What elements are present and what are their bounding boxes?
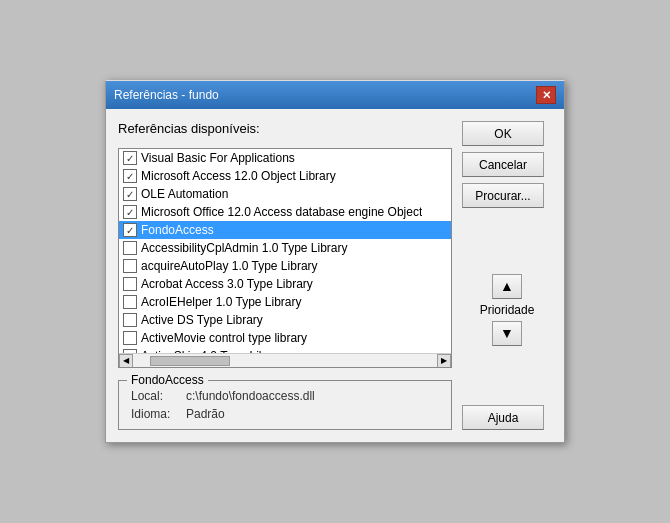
list-item-text: Acrobat Access 3.0 Type Library (141, 277, 313, 291)
idioma-row: Idioma: Padrão (131, 407, 439, 421)
list-item[interactable]: acquireAutoPlay 1.0 Type Library (119, 257, 451, 275)
dialog-body: Referências disponíveis: Visual Basic Fo… (106, 109, 564, 442)
list-item[interactable]: Microsoft Office 12.0 Access database en… (119, 203, 451, 221)
available-label: Referências disponíveis: (118, 121, 452, 136)
list-item-text: AcroIEHelper 1.0 Type Library (141, 295, 302, 309)
list-item[interactable]: Visual Basic For Applications (119, 149, 451, 167)
list-item-text: Microsoft Access 12.0 Object Library (141, 169, 336, 183)
left-panel: Referências disponíveis: Visual Basic Fo… (118, 121, 452, 430)
horizontal-scrollbar[interactable]: ◀ ▶ (119, 353, 451, 367)
priority-up-button[interactable]: ▲ (492, 274, 522, 299)
scroll-left-arrow[interactable]: ◀ (119, 354, 133, 368)
cancel-button[interactable]: Cancelar (462, 152, 544, 177)
list-item-text: FondoAccess (141, 223, 214, 237)
list-item[interactable]: Microsoft Access 12.0 Object Library (119, 167, 451, 185)
info-group: FondoAccess Local: c:\fundo\fondoaccess.… (118, 380, 452, 430)
info-group-legend: FondoAccess (127, 373, 208, 387)
scroll-right-arrow[interactable]: ▶ (437, 354, 451, 368)
local-row: Local: c:\fundo\fondoaccess.dll (131, 389, 439, 403)
list-item-text: ActiveMovie control type library (141, 331, 307, 345)
scroll-thumb[interactable] (150, 356, 230, 366)
right-panel: OK Cancelar Procurar... ▲ Prioridade ▼ A… (462, 121, 552, 430)
list-item-checkbox[interactable] (123, 169, 137, 183)
list-item-checkbox[interactable] (123, 331, 137, 345)
list-item-text: OLE Automation (141, 187, 228, 201)
help-button[interactable]: Ajuda (462, 405, 544, 430)
list-item-checkbox[interactable] (123, 241, 137, 255)
title-bar: Referências - fundo ✕ (106, 81, 564, 109)
list-item-text: acquireAutoPlay 1.0 Type Library (141, 259, 318, 273)
list-item[interactable]: AccessibilityCplAdmin 1.0 Type Library (119, 239, 451, 257)
list-item-text: AccessibilityCplAdmin 1.0 Type Library (141, 241, 348, 255)
priority-down-button[interactable]: ▼ (492, 321, 522, 346)
local-value: c:\fundo\fondoaccess.dll (186, 389, 315, 403)
list-item-checkbox[interactable] (123, 223, 137, 237)
list-item-checkbox[interactable] (123, 205, 137, 219)
browse-button[interactable]: Procurar... (462, 183, 544, 208)
list-item[interactable]: Acrobat Access 3.0 Type Library (119, 275, 451, 293)
list-item-checkbox[interactable] (123, 313, 137, 327)
priority-label: Prioridade (480, 303, 535, 317)
list-item-checkbox[interactable] (123, 277, 137, 291)
list-item[interactable]: AcroIEHelper 1.0 Type Library (119, 293, 451, 311)
idioma-value: Padrão (186, 407, 225, 421)
list-item[interactable]: ActiveMovie control type library (119, 329, 451, 347)
ok-button[interactable]: OK (462, 121, 544, 146)
local-label: Local: (131, 389, 186, 403)
priority-section: ▲ Prioridade ▼ (462, 274, 552, 346)
list-item-text: Visual Basic For Applications (141, 151, 295, 165)
scroll-track[interactable] (133, 355, 437, 367)
references-list[interactable]: Visual Basic For ApplicationsMicrosoft A… (119, 149, 451, 353)
list-item-checkbox[interactable] (123, 295, 137, 309)
list-item-text: Active DS Type Library (141, 313, 263, 327)
list-item[interactable]: Active DS Type Library (119, 311, 451, 329)
list-item-checkbox[interactable] (123, 259, 137, 273)
dialog: Referências - fundo ✕ Referências dispon… (105, 80, 565, 443)
list-item-text: Microsoft Office 12.0 Access database en… (141, 205, 422, 219)
list-item[interactable]: FondoAccess (119, 221, 451, 239)
title-bar-text: Referências - fundo (114, 88, 219, 102)
list-item-checkbox[interactable] (123, 187, 137, 201)
list-item-checkbox[interactable] (123, 151, 137, 165)
references-list-container: Visual Basic For ApplicationsMicrosoft A… (118, 148, 452, 368)
idioma-label: Idioma: (131, 407, 186, 421)
close-button[interactable]: ✕ (536, 86, 556, 104)
list-item[interactable]: OLE Automation (119, 185, 451, 203)
